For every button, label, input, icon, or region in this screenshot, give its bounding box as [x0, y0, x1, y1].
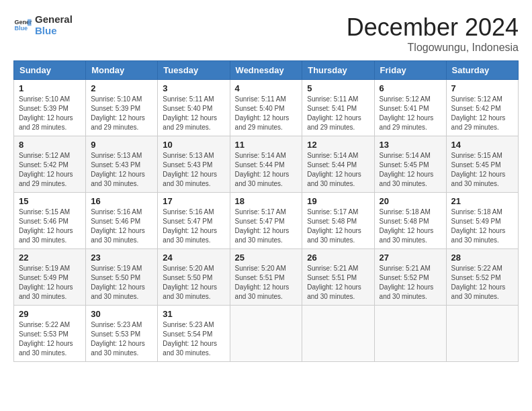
table-row: 18Sunrise: 5:17 AM Sunset: 5:47 PM Dayli…	[230, 193, 302, 249]
day-number: 22	[19, 253, 81, 263]
table-row: 15Sunrise: 5:15 AM Sunset: 5:46 PM Dayli…	[14, 193, 86, 249]
day-info: Sunrise: 5:16 AM Sunset: 5:46 PM Dayligh…	[91, 208, 152, 245]
calendar-week-row: 22Sunrise: 5:19 AM Sunset: 5:49 PM Dayli…	[14, 249, 519, 306]
table-row	[374, 306, 446, 362]
calendar-week-row: 8Sunrise: 5:12 AM Sunset: 5:42 PM Daylig…	[14, 136, 519, 193]
day-number: 6	[380, 83, 441, 93]
day-info: Sunrise: 5:19 AM Sunset: 5:49 PM Dayligh…	[19, 264, 81, 302]
day-number: 8	[19, 140, 81, 150]
col-sunday: Sunday	[14, 61, 86, 80]
table-row: 11Sunrise: 5:14 AM Sunset: 5:44 PM Dayli…	[230, 136, 302, 193]
day-info: Sunrise: 5:17 AM Sunset: 5:48 PM Dayligh…	[307, 208, 369, 245]
day-info: Sunrise: 5:11 AM Sunset: 5:40 PM Dayligh…	[163, 95, 224, 132]
day-info: Sunrise: 5:20 AM Sunset: 5:50 PM Dayligh…	[163, 264, 224, 302]
day-number: 13	[380, 140, 441, 150]
table-row: 31Sunrise: 5:23 AM Sunset: 5:54 PM Dayli…	[158, 306, 230, 362]
table-row: 6Sunrise: 5:12 AM Sunset: 5:41 PM Daylig…	[374, 80, 446, 136]
title-section: December 2024 Tlogowungu, Indonesia	[347, 13, 519, 54]
day-info: Sunrise: 5:16 AM Sunset: 5:47 PM Dayligh…	[163, 208, 224, 245]
calendar-header-row: Sunday Monday Tuesday Wednesday Thursday…	[14, 61, 519, 80]
table-row: 20Sunrise: 5:18 AM Sunset: 5:48 PM Dayli…	[374, 193, 446, 249]
table-row: 26Sunrise: 5:21 AM Sunset: 5:51 PM Dayli…	[302, 249, 374, 306]
table-row	[230, 306, 302, 362]
table-row: 12Sunrise: 5:14 AM Sunset: 5:44 PM Dayli…	[302, 136, 374, 193]
table-row: 28Sunrise: 5:22 AM Sunset: 5:52 PM Dayli…	[446, 249, 518, 306]
day-info: Sunrise: 5:14 AM Sunset: 5:44 PM Dayligh…	[235, 151, 298, 189]
col-saturday: Saturday	[446, 61, 518, 80]
calendar-week-row: 1Sunrise: 5:10 AM Sunset: 5:39 PM Daylig…	[14, 80, 519, 136]
day-number: 31	[163, 309, 224, 319]
logo-line1: General	[35, 13, 73, 25]
day-number: 15	[19, 196, 81, 206]
day-number: 24	[163, 253, 224, 263]
day-info: Sunrise: 5:10 AM Sunset: 5:39 PM Dayligh…	[19, 95, 81, 132]
table-row: 19Sunrise: 5:17 AM Sunset: 5:48 PM Dayli…	[302, 193, 374, 249]
day-number: 21	[451, 196, 513, 206]
day-number: 11	[235, 140, 298, 150]
day-info: Sunrise: 5:18 AM Sunset: 5:49 PM Dayligh…	[451, 208, 513, 245]
day-info: Sunrise: 5:15 AM Sunset: 5:45 PM Dayligh…	[451, 151, 513, 189]
table-row: 13Sunrise: 5:14 AM Sunset: 5:45 PM Dayli…	[374, 136, 446, 193]
svg-text:Blue: Blue	[14, 25, 28, 32]
day-number: 18	[235, 196, 298, 206]
table-row: 27Sunrise: 5:21 AM Sunset: 5:52 PM Dayli…	[374, 249, 446, 306]
day-info: Sunrise: 5:17 AM Sunset: 5:47 PM Dayligh…	[235, 208, 298, 245]
day-info: Sunrise: 5:13 AM Sunset: 5:43 PM Dayligh…	[91, 151, 152, 189]
logo-line2: Blue	[35, 25, 73, 36]
day-info: Sunrise: 5:22 AM Sunset: 5:53 PM Dayligh…	[19, 320, 81, 358]
day-info: Sunrise: 5:15 AM Sunset: 5:46 PM Dayligh…	[19, 208, 81, 245]
day-number: 29	[19, 309, 81, 319]
table-row: 5Sunrise: 5:11 AM Sunset: 5:41 PM Daylig…	[302, 80, 374, 136]
table-row: 8Sunrise: 5:12 AM Sunset: 5:42 PM Daylig…	[14, 136, 86, 193]
day-info: Sunrise: 5:12 AM Sunset: 5:41 PM Dayligh…	[380, 95, 441, 132]
calendar-week-row: 29Sunrise: 5:22 AM Sunset: 5:53 PM Dayli…	[14, 306, 519, 362]
table-row: 7Sunrise: 5:12 AM Sunset: 5:42 PM Daylig…	[446, 80, 518, 136]
col-friday: Friday	[374, 61, 446, 80]
col-tuesday: Tuesday	[158, 61, 230, 80]
day-number: 25	[235, 253, 298, 263]
day-info: Sunrise: 5:11 AM Sunset: 5:41 PM Dayligh…	[307, 95, 369, 132]
col-thursday: Thursday	[302, 61, 374, 80]
table-row	[302, 306, 374, 362]
day-info: Sunrise: 5:11 AM Sunset: 5:40 PM Dayligh…	[235, 95, 298, 132]
page-header: General Blue General Blue December 2024 …	[13, 13, 519, 54]
day-info: Sunrise: 5:23 AM Sunset: 5:53 PM Dayligh…	[91, 320, 152, 358]
svg-marker-2	[28, 19, 32, 26]
day-info: Sunrise: 5:10 AM Sunset: 5:39 PM Dayligh…	[91, 95, 152, 132]
day-number: 28	[451, 253, 513, 263]
day-number: 1	[19, 83, 81, 93]
table-row: 9Sunrise: 5:13 AM Sunset: 5:43 PM Daylig…	[86, 136, 158, 193]
table-row: 16Sunrise: 5:16 AM Sunset: 5:46 PM Dayli…	[86, 193, 158, 249]
day-number: 14	[451, 140, 513, 150]
table-row: 24Sunrise: 5:20 AM Sunset: 5:50 PM Dayli…	[158, 249, 230, 306]
table-row: 10Sunrise: 5:13 AM Sunset: 5:43 PM Dayli…	[158, 136, 230, 193]
col-monday: Monday	[86, 61, 158, 80]
logo-icon: General Blue	[13, 15, 32, 34]
day-info: Sunrise: 5:21 AM Sunset: 5:52 PM Dayligh…	[380, 264, 441, 302]
day-number: 3	[163, 83, 224, 93]
day-number: 7	[451, 83, 513, 93]
table-row: 30Sunrise: 5:23 AM Sunset: 5:53 PM Dayli…	[86, 306, 158, 362]
table-row: 3Sunrise: 5:11 AM Sunset: 5:40 PM Daylig…	[158, 80, 230, 136]
day-number: 4	[235, 83, 298, 93]
day-info: Sunrise: 5:19 AM Sunset: 5:50 PM Dayligh…	[91, 264, 152, 302]
day-number: 10	[163, 140, 224, 150]
day-number: 17	[163, 196, 224, 206]
day-info: Sunrise: 5:12 AM Sunset: 5:42 PM Dayligh…	[19, 151, 81, 189]
day-info: Sunrise: 5:13 AM Sunset: 5:43 PM Dayligh…	[163, 151, 224, 189]
table-row: 29Sunrise: 5:22 AM Sunset: 5:53 PM Dayli…	[14, 306, 86, 362]
day-info: Sunrise: 5:22 AM Sunset: 5:52 PM Dayligh…	[451, 264, 513, 302]
day-info: Sunrise: 5:21 AM Sunset: 5:51 PM Dayligh…	[307, 264, 369, 302]
logo: General Blue General Blue	[13, 13, 73, 36]
day-info: Sunrise: 5:23 AM Sunset: 5:54 PM Dayligh…	[163, 320, 224, 358]
day-info: Sunrise: 5:12 AM Sunset: 5:42 PM Dayligh…	[451, 95, 513, 132]
day-number: 23	[91, 253, 152, 263]
day-number: 5	[307, 83, 369, 93]
day-number: 26	[307, 253, 369, 263]
table-row: 21Sunrise: 5:18 AM Sunset: 5:49 PM Dayli…	[446, 193, 518, 249]
day-info: Sunrise: 5:20 AM Sunset: 5:51 PM Dayligh…	[235, 264, 298, 302]
table-row: 17Sunrise: 5:16 AM Sunset: 5:47 PM Dayli…	[158, 193, 230, 249]
day-info: Sunrise: 5:18 AM Sunset: 5:48 PM Dayligh…	[380, 208, 441, 245]
calendar-table: Sunday Monday Tuesday Wednesday Thursday…	[13, 60, 519, 362]
table-row: 22Sunrise: 5:19 AM Sunset: 5:49 PM Dayli…	[14, 249, 86, 306]
